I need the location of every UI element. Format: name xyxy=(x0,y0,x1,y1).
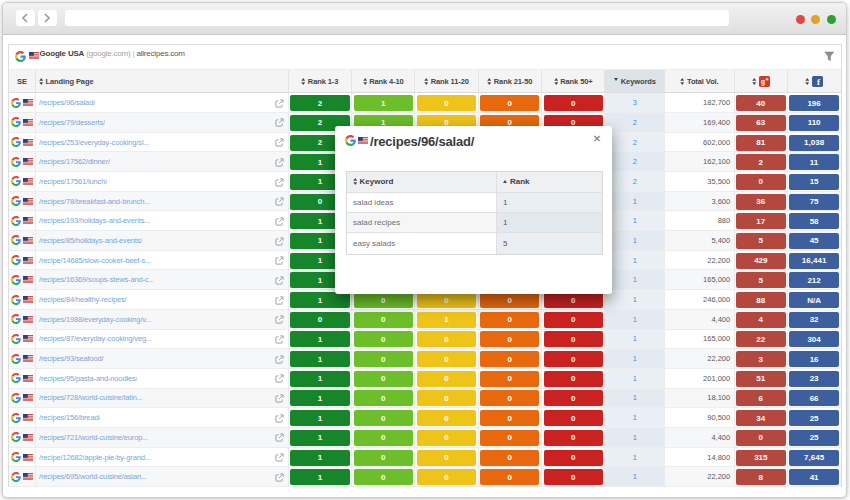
svg-text:g: g xyxy=(760,78,764,86)
